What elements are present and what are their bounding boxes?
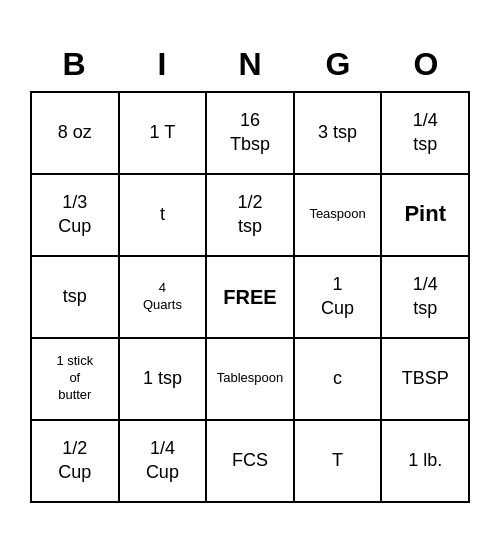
bingo-cell-4: 1/4 tsp — [382, 93, 470, 175]
bingo-cell-9: Pint — [382, 175, 470, 257]
bingo-cell-15: 1 stick of butter — [32, 339, 120, 421]
bingo-cell-20: 1/2 Cup — [32, 421, 120, 503]
header-letter-g: G — [294, 42, 382, 87]
bingo-cell-13: 1 Cup — [295, 257, 383, 339]
bingo-cell-7: 1/2 tsp — [207, 175, 295, 257]
header-letter-o: O — [382, 42, 470, 87]
bingo-cell-6: t — [120, 175, 208, 257]
bingo-cell-16: 1 tsp — [120, 339, 208, 421]
bingo-card: BINGO 8 oz1 T16 Tbsp3 tsp1/4 tsp1/3 Cupt… — [20, 32, 480, 513]
bingo-cell-3: 3 tsp — [295, 93, 383, 175]
bingo-cell-18: c — [295, 339, 383, 421]
bingo-grid: 8 oz1 T16 Tbsp3 tsp1/4 tsp1/3 Cupt1/2 ts… — [30, 91, 470, 503]
header-letter-n: N — [206, 42, 294, 87]
bingo-cell-2: 16 Tbsp — [207, 93, 295, 175]
header-letter-b: B — [30, 42, 118, 87]
bingo-header: BINGO — [30, 42, 470, 87]
header-letter-i: I — [118, 42, 206, 87]
bingo-cell-0: 8 oz — [32, 93, 120, 175]
bingo-cell-22: FCS — [207, 421, 295, 503]
bingo-cell-8: Teaspoon — [295, 175, 383, 257]
bingo-cell-12: FREE — [207, 257, 295, 339]
bingo-cell-14: 1/4 tsp — [382, 257, 470, 339]
bingo-cell-23: T — [295, 421, 383, 503]
bingo-cell-11: 4 Quarts — [120, 257, 208, 339]
bingo-cell-1: 1 T — [120, 93, 208, 175]
bingo-cell-19: TBSP — [382, 339, 470, 421]
bingo-cell-10: tsp — [32, 257, 120, 339]
bingo-cell-24: 1 lb. — [382, 421, 470, 503]
bingo-cell-21: 1/4 Cup — [120, 421, 208, 503]
bingo-cell-17: Tablespoon — [207, 339, 295, 421]
bingo-cell-5: 1/3 Cup — [32, 175, 120, 257]
